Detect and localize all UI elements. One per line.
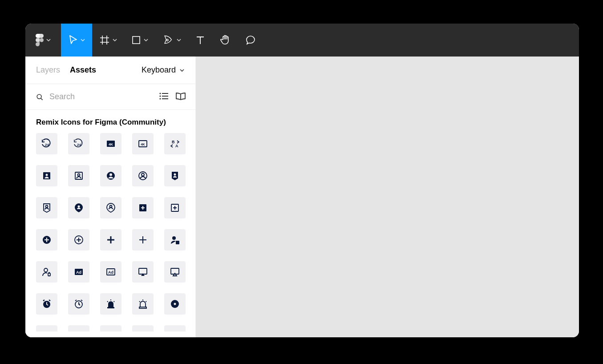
- asset-add-circle-line[interactable]: [68, 229, 89, 251]
- list-icon: [159, 92, 169, 100]
- svg-rect-1: [133, 36, 140, 44]
- frame-tool[interactable]: [92, 24, 124, 57]
- svg-point-26: [174, 174, 176, 176]
- asset-airplay-fill[interactable]: [132, 261, 154, 283]
- cursor-icon: [68, 35, 78, 45]
- asset-alarm-warning-fill[interactable]: [100, 293, 121, 315]
- add-fill-icon: [105, 235, 116, 245]
- asset-account-pin-circle-line[interactable]: [100, 197, 121, 218]
- tab-layers[interactable]: Layers: [36, 65, 60, 75]
- asset-24-hours-line[interactable]: 24: [68, 133, 89, 154]
- toolbar: [25, 24, 579, 57]
- canvas[interactable]: [196, 57, 579, 337]
- asset-alarm-warning-line[interactable]: [132, 293, 154, 315]
- svg-point-27: [46, 206, 48, 208]
- asset-add-circle-fill[interactable]: [36, 229, 57, 251]
- asset-partial[interactable]: [132, 325, 154, 332]
- asset-4k-line[interactable]: 4K: [132, 133, 154, 154]
- svg-text:4K: 4K: [109, 142, 113, 146]
- frame-icon: [99, 35, 110, 45]
- svg-point-2: [166, 39, 168, 41]
- book-icon: [175, 92, 186, 101]
- admin-fill-icon: [170, 235, 180, 245]
- move-tool[interactable]: [61, 24, 92, 57]
- chevron-down-icon: [177, 38, 181, 42]
- svg-point-6: [159, 95, 161, 97]
- svg-point-0: [40, 38, 44, 42]
- figma-logo-icon: [36, 34, 44, 46]
- asset-partial[interactable]: [164, 325, 186, 332]
- asset-advertisement-fill[interactable]: Ad: [68, 261, 89, 283]
- alarm-warning-line-icon: [138, 299, 148, 309]
- comment-tool[interactable]: [238, 24, 263, 57]
- rectangle-icon: [131, 35, 141, 45]
- admin-line-icon: [41, 267, 52, 277]
- asset-ab-icon[interactable]: BA: [164, 133, 186, 154]
- svg-text:B: B: [172, 140, 175, 144]
- chevron-down-icon: [144, 38, 148, 42]
- account-circle-line-icon: [138, 170, 148, 181]
- svg-text:4K: 4K: [141, 142, 145, 146]
- svg-text:24: 24: [77, 143, 81, 147]
- asset-alarm-line[interactable]: [68, 293, 89, 315]
- asset-add-box-line[interactable]: [164, 197, 186, 218]
- asset-account-box-fill[interactable]: [36, 165, 57, 186]
- svg-point-19: [46, 174, 48, 176]
- asset-account-circle-fill[interactable]: [100, 165, 121, 186]
- account-pin-box-fill-icon: [170, 170, 180, 181]
- alarm-line-icon: [73, 299, 84, 309]
- asset-24-hours-fill[interactable]: 24: [36, 133, 57, 154]
- svg-rect-9: [162, 98, 168, 99]
- search-icon: [36, 93, 43, 101]
- asset-account-circle-line[interactable]: [132, 165, 154, 186]
- advertisement-line-icon: Ad: [105, 267, 116, 277]
- svg-rect-35: [176, 241, 179, 244]
- account-pin-circle-fill-icon: [73, 202, 84, 213]
- asset-album-fill[interactable]: [164, 293, 186, 315]
- asset-admin-fill[interactable]: [164, 229, 186, 251]
- page-name: Keyboard: [142, 65, 176, 75]
- chevron-down-icon: [179, 68, 185, 73]
- svg-rect-5: [162, 93, 168, 94]
- asset-partial[interactable]: [100, 325, 121, 332]
- asset-add-box-fill[interactable]: [132, 197, 154, 218]
- shape-tool[interactable]: [124, 24, 155, 57]
- account-pin-circle-line-icon: [105, 202, 116, 213]
- text-tool[interactable]: [188, 24, 212, 57]
- asset-account-pin-box-line[interactable]: [36, 197, 57, 218]
- svg-point-49: [174, 303, 176, 305]
- asset-account-pin-circle-fill[interactable]: [68, 197, 89, 218]
- search-row: [25, 84, 195, 110]
- airplay-fill-icon: [138, 267, 148, 277]
- asset-airplay-line[interactable]: [164, 261, 186, 283]
- page-selector[interactable]: Keyboard: [142, 65, 185, 75]
- 24-hours-line-icon: 24: [73, 138, 84, 149]
- list-view-button[interactable]: [159, 92, 169, 102]
- asset-4k-fill[interactable]: 4K: [100, 133, 121, 154]
- asset-admin-line[interactable]: [36, 261, 57, 283]
- asset-account-pin-box-fill[interactable]: [164, 165, 186, 186]
- body: Layers Assets Keyboard Remix Icons for: [25, 57, 579, 337]
- 24-hours-fill-icon: 24: [41, 138, 52, 149]
- asset-account-box-line[interactable]: [68, 165, 89, 186]
- svg-rect-37: [48, 273, 50, 276]
- add-circle-line-icon: [73, 235, 84, 245]
- 4k-line-icon: 4K: [138, 138, 148, 149]
- asset-add-line[interactable]: [132, 229, 154, 251]
- main-menu[interactable]: [25, 24, 61, 57]
- asset-grid: 24244K4KBAAdAd: [25, 131, 195, 332]
- svg-point-36: [44, 268, 48, 272]
- pen-tool[interactable]: [155, 24, 188, 57]
- hand-tool[interactable]: [212, 24, 238, 57]
- asset-partial[interactable]: [68, 325, 89, 332]
- alarm-warning-fill-icon: [105, 299, 116, 309]
- asset-advertisement-line[interactable]: Ad: [100, 261, 121, 283]
- tab-assets[interactable]: Assets: [70, 65, 96, 75]
- asset-partial[interactable]: [36, 325, 57, 332]
- asset-alarm-fill[interactable]: [36, 293, 57, 315]
- svg-point-25: [142, 174, 144, 176]
- search-input[interactable]: [49, 92, 153, 101]
- asset-add-fill[interactable]: [100, 229, 121, 251]
- library-button[interactable]: [175, 92, 186, 102]
- svg-text:Ad: Ad: [76, 270, 81, 275]
